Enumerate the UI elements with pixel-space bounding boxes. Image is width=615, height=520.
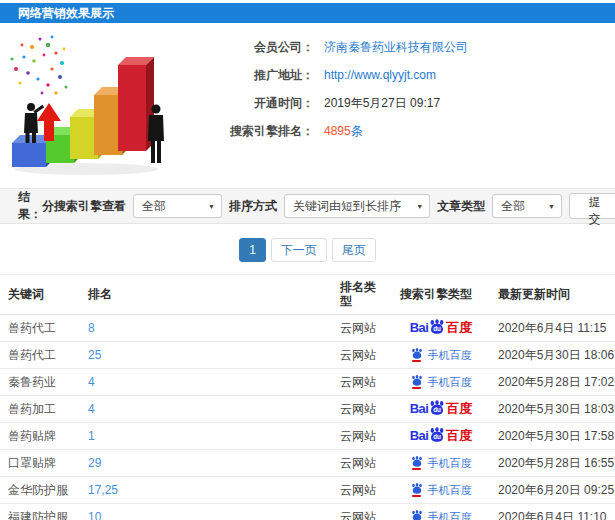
keyword-cell: 秦鲁药业	[0, 369, 80, 396]
rank-cell: 29	[80, 450, 332, 477]
updated-cell: 2020年6月4日 11:15	[490, 315, 615, 342]
member-company-label: 会员公司：	[186, 39, 314, 56]
keyword-cell: 兽药加工	[0, 396, 80, 423]
rank-link[interactable]: 4	[88, 375, 95, 389]
table-row: 福建防护服10云网站手机百度2020年6月4日 11:10	[0, 504, 615, 520]
baidu-mobile-logo: 手机百度	[411, 510, 472, 520]
rank-link[interactable]: 29	[88, 456, 101, 470]
last-page-button[interactable]: 尾页	[332, 238, 376, 262]
engine-type-cell: 手机百度	[392, 342, 490, 369]
table-row: 兽药加工4云网站Baidu百度2020年5月30日 18:03	[0, 396, 615, 423]
updated-cell: 2020年6月4日 11:10	[490, 504, 615, 520]
rank-link[interactable]: 8	[88, 321, 95, 335]
promo-url-link[interactable]: http://www.qlyyjt.com	[324, 68, 436, 82]
keyword-cell: 兽药贴牌	[0, 423, 80, 450]
rank-cell: 17,25	[80, 477, 332, 504]
results-table: 关键词 排名 排名类型 搜索引擎类型 最新更新时间 兽药代工8云网站Baidu百…	[0, 274, 615, 520]
sort-select-value: 关键词由短到长排序	[293, 198, 401, 215]
col-header-keyword: 关键词	[0, 275, 80, 315]
table-row: 兽药代工25云网站手机百度2020年5月30日 18:06	[0, 342, 615, 369]
chevron-down-icon: ▼	[208, 203, 215, 210]
engine-type-cell: 手机百度	[392, 477, 490, 504]
engine-type-cell: 手机百度	[392, 369, 490, 396]
updated-cell: 2020年5月30日 18:06	[490, 342, 615, 369]
info-list: 会员公司： 济南秦鲁药业科技有限公司 推广地址： http://www.qlyy…	[186, 29, 615, 188]
engine-rank-row: 搜索引擎排名： 4895条	[186, 123, 615, 140]
table-row: 口罩贴牌29云网站手机百度2020年5月28日 16:55	[0, 450, 615, 477]
rank-cell: 4	[80, 396, 332, 423]
submit-button[interactable]: 提交	[569, 193, 615, 219]
rank-cell: 1	[80, 423, 332, 450]
engine-type-cell: Baidu百度	[392, 315, 490, 342]
engine-type-cell: Baidu百度	[392, 423, 490, 450]
rank-type-cell: 云网站	[332, 315, 392, 342]
next-page-button[interactable]: 下一页	[271, 238, 327, 262]
table-row: 兽药代工8云网站Baidu百度2020年6月4日 11:15	[0, 315, 615, 342]
rank-link[interactable]: 1	[88, 429, 95, 443]
baidu-paw-icon: du	[429, 319, 445, 337]
mobile-baidu-paw-icon	[411, 375, 423, 389]
table-header-row: 关键词 排名 排名类型 搜索引擎类型 最新更新时间	[0, 275, 615, 315]
open-time-label: 开通时间：	[186, 95, 314, 112]
rank-type-cell: 云网站	[332, 396, 392, 423]
table-row: 金华防护服17,25云网站手机百度2020年6月20日 09:25	[0, 477, 615, 504]
updated-cell: 2020年5月28日 16:55	[490, 450, 615, 477]
article-type-label: 文章类型	[437, 198, 485, 215]
baidu-mobile-logo: 手机百度	[411, 456, 472, 470]
table-row: 兽药贴牌1云网站Baidu百度2020年5月30日 17:58	[0, 423, 615, 450]
rank-type-cell: 云网站	[332, 477, 392, 504]
keyword-cell: 兽药代工	[0, 342, 80, 369]
rank-type-cell: 云网站	[332, 504, 392, 520]
rank-cell: 8	[80, 315, 332, 342]
filter-controls: 分搜索引擎查看 全部 ▼ 排序方式 关键词由短到长排序 ▼ 文章类型 全部 ▼ …	[42, 193, 615, 219]
rank-cell: 10	[80, 504, 332, 520]
keyword-cell: 口罩贴牌	[0, 450, 80, 477]
mobile-baidu-paw-icon	[411, 483, 423, 497]
rank-cell: 4	[80, 369, 332, 396]
keyword-cell: 福建防护服	[0, 504, 80, 520]
article-type-select[interactable]: 全部 ▼	[492, 194, 562, 218]
col-header-rank-type: 排名类型	[332, 275, 392, 315]
engine-filter-label: 分搜索引擎查看	[42, 198, 126, 215]
engine-type-cell: Baidu百度	[392, 396, 490, 423]
rank-type-cell: 云网站	[332, 423, 392, 450]
rank-link[interactable]: 17,25	[88, 483, 118, 497]
engine-select-value: 全部	[142, 198, 166, 215]
updated-cell: 2020年5月30日 17:58	[490, 423, 615, 450]
promo-url-row: 推广地址： http://www.qlyyjt.com	[186, 67, 615, 84]
member-company-link[interactable]: 济南秦鲁药业科技有限公司	[324, 40, 468, 54]
table-row: 秦鲁药业4云网站手机百度2020年5月28日 17:02	[0, 369, 615, 396]
promo-url-label: 推广地址：	[186, 67, 314, 84]
baidu-pc-logo: Baidu百度	[410, 400, 473, 418]
baidu-mobile-logo: 手机百度	[411, 375, 472, 389]
marketing-clipart-image	[4, 29, 186, 188]
engine-rank-label: 搜索引擎排名：	[186, 123, 314, 140]
open-time-row: 开通时间： 2019年5月27日 09:17	[186, 95, 615, 112]
rank-link[interactable]: 4	[88, 402, 95, 416]
updated-cell: 2020年5月28日 17:02	[490, 369, 615, 396]
chevron-down-icon: ▼	[416, 203, 423, 210]
engine-type-cell: 手机百度	[392, 504, 490, 520]
engine-rank-count: 4895	[324, 124, 351, 138]
member-company-row: 会员公司： 济南秦鲁药业科技有限公司	[186, 39, 615, 56]
rank-cell: 25	[80, 342, 332, 369]
rank-link[interactable]: 10	[88, 510, 101, 520]
keyword-cell: 金华防护服	[0, 477, 80, 504]
svg-text:du: du	[433, 407, 441, 414]
baidu-mobile-logo: 手机百度	[411, 348, 472, 362]
baidu-pc-logo: Baidu百度	[410, 319, 473, 337]
col-header-rank: 排名	[80, 275, 332, 315]
engine-rank-unit: 条	[351, 124, 363, 138]
col-header-updated: 最新更新时间	[490, 275, 615, 315]
updated-cell: 2020年6月20日 09:25	[490, 477, 615, 504]
pagination: 1 下一页 尾页	[0, 224, 615, 274]
sort-select[interactable]: 关键词由短到长排序 ▼	[284, 194, 430, 218]
article-type-select-value: 全部	[501, 198, 525, 215]
mobile-baidu-paw-icon	[411, 456, 423, 470]
baidu-paw-icon: du	[429, 427, 445, 445]
engine-select[interactable]: 全部 ▼	[133, 194, 222, 218]
rank-link[interactable]: 25	[88, 348, 101, 362]
rank-type-cell: 云网站	[332, 342, 392, 369]
sort-filter-label: 排序方式	[229, 198, 277, 215]
page-1-button[interactable]: 1	[239, 238, 266, 262]
